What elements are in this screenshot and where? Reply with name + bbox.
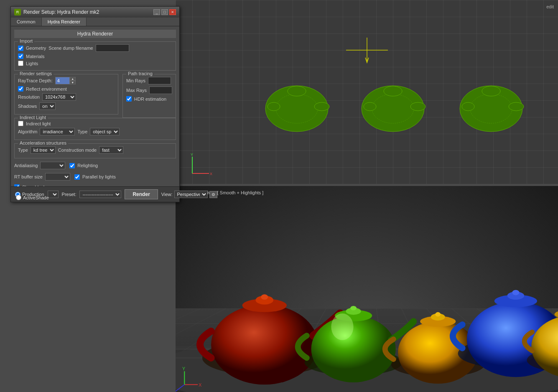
relighting-row: Relighting — [69, 162, 98, 169]
view-select[interactable]: Perspective Top Front — [174, 191, 208, 198]
scene-dump-input[interactable]: C:/[Derp]/plu — [96, 44, 129, 52]
indirect-checkbox[interactable] — [18, 121, 23, 126]
min-rays-input[interactable]: 8 — [148, 77, 171, 84]
scene-dump-label: Scene dump filename — [48, 46, 93, 51]
raytrace-up[interactable]: ▲ — [70, 77, 76, 81]
svg-text:X: X — [210, 172, 212, 176]
relighting-label: Relighting — [77, 163, 98, 168]
rt-buffer-select[interactable] — [45, 173, 70, 181]
antialias-row: Antialiasing — [14, 162, 65, 169]
svg-point-16 — [482, 86, 500, 96]
teapot-svg: X Y Z — [176, 186, 558, 392]
crosshair — [342, 33, 392, 67]
raytrace-input[interactable] — [55, 77, 70, 84]
min-rays-label: Min Rays — [126, 78, 145, 83]
antialias-relight-row: Antialiasing Relighting — [14, 162, 176, 171]
svg-point-5 — [268, 102, 280, 111]
dialog-title-text: Render Setup: Hydra Render mk2 — [23, 9, 99, 15]
indirect-check-row: Indirect light — [18, 121, 172, 126]
render-button[interactable]: Render — [125, 189, 158, 199]
construction-select[interactable]: fast quality — [99, 146, 123, 154]
relighting-checkbox[interactable] — [69, 163, 75, 168]
geometry-label: Geometry — [26, 46, 46, 51]
indirect-light-check-label: Indirect light — [26, 121, 51, 126]
reflect-env-row: Reflect environment — [18, 86, 115, 92]
maximize-button[interactable]: □ — [161, 9, 168, 15]
max-rays-input[interactable]: 500 — [149, 87, 172, 94]
preset-select[interactable]: -------------------- — [79, 191, 121, 198]
viewport-perspective[interactable]: X Y Z — [176, 186, 558, 392]
render-settings-label: Render settings — [18, 71, 54, 76]
indirect-light-group: Indirect Light Indirect light Algorithm … — [14, 118, 176, 140]
shadows-label: Shadows — [18, 104, 37, 109]
teapot-scene: X Y Z — [176, 186, 558, 392]
min-rays-row: Min Rays 8 — [126, 77, 172, 84]
rt-buffer-row: RT buffer size — [14, 173, 70, 181]
antialias-label: Antialiasing — [14, 163, 38, 168]
resolution-label: Resolution — [18, 94, 40, 99]
type-label: Type — [77, 129, 87, 134]
path-tracing-label: Path tracing — [126, 71, 154, 76]
raytrace-arrows: ▲ ▼ — [70, 77, 76, 84]
tab-hydra-renderer[interactable]: Hydra Renderer — [42, 18, 87, 26]
geometry-checkbox[interactable] — [18, 46, 23, 51]
raytrace-down[interactable]: ▼ — [70, 81, 76, 84]
svg-point-33 — [350, 306, 357, 311]
antialias-select[interactable] — [40, 162, 65, 169]
svg-text:Y: Y — [191, 153, 193, 157]
lights-checkbox[interactable] — [18, 61, 23, 66]
svg-point-11 — [384, 86, 402, 96]
view-section: View: Perspective Top Front ⚙ — [161, 191, 217, 198]
svg-text:Y: Y — [182, 366, 185, 371]
production-select[interactable] — [48, 191, 59, 198]
close-button[interactable]: ✕ — [169, 9, 176, 15]
parallel-checkbox[interactable] — [74, 174, 80, 180]
construction-label: Construction mode — [58, 148, 97, 153]
acceleration-label: Acceleration structures — [18, 140, 68, 145]
render-setup-dialog: R Render Setup: Hydra Render mk2 _ □ ✕ C… — [10, 6, 180, 202]
import-group: Import Geometry Scene dump filename C:/[… — [14, 41, 176, 71]
materials-checkbox[interactable] — [18, 53, 23, 59]
algorithm-row: Algorithm irradiance path tracing Type o… — [18, 128, 172, 135]
lights-label: Lights — [26, 61, 38, 66]
geometry-row: Geometry Scene dump filename C:/[Derp]/p… — [18, 44, 172, 52]
svg-point-25 — [211, 305, 318, 385]
tab-bar: Common Hydra Renderer — [11, 18, 179, 26]
activeshade-radio[interactable] — [16, 195, 21, 200]
accel-type-row: Type kd tree BVH Construction mode fast … — [18, 146, 172, 154]
raytrace-label: RayTrace Depth: — [18, 78, 53, 83]
edit-label: edit — [546, 4, 554, 9]
import-label: Import — [18, 38, 34, 43]
hdr-label: HDR estimation — [134, 97, 166, 102]
accel-type-label: Type — [18, 148, 28, 153]
materials-label: Materials — [26, 54, 45, 59]
svg-point-10 — [364, 102, 376, 111]
rt-parallel-row: RT buffer size Parallel by lights — [14, 173, 176, 182]
parallel-label: Parallel by lights — [82, 174, 116, 179]
reflect-env-checkbox[interactable] — [18, 86, 23, 92]
type-select[interactable]: object sp world sp — [90, 128, 120, 135]
lights-row: Lights — [18, 61, 172, 66]
hdr-checkbox[interactable] — [126, 96, 132, 102]
accel-type-select[interactable]: kd tree BVH — [31, 146, 56, 154]
svg-point-28 — [261, 294, 268, 300]
materials-row: Materials — [18, 53, 172, 59]
max-rays-row: Max Rays 500 — [126, 87, 172, 94]
shadows-row: Shadows on off — [18, 102, 115, 110]
parallel-row: Parallel by lights — [74, 173, 116, 181]
algorithm-select[interactable]: irradiance path tracing — [40, 128, 75, 135]
view-options-button[interactable]: ⚙ — [209, 191, 217, 198]
tab-common[interactable]: Common — [11, 18, 42, 26]
max-rays-label: Max Rays — [126, 88, 147, 93]
activeshade-option[interactable]: ActiveShade — [16, 195, 49, 200]
window-controls: _ □ ✕ — [153, 9, 176, 15]
shadows-select[interactable]: on off — [39, 102, 56, 110]
viewport-top[interactable]: edit X Y — [176, 0, 558, 184]
app-icon: R — [14, 9, 21, 15]
preset-label: Preset: — [62, 192, 76, 197]
svg-point-9 — [410, 102, 426, 111]
minimize-button[interactable]: _ — [153, 9, 160, 15]
svg-point-4 — [314, 102, 329, 111]
resolution-select[interactable]: 1024x768 1920x1080 800x600 — [42, 93, 76, 101]
indirect-light-label: Indirect Light — [18, 115, 48, 120]
